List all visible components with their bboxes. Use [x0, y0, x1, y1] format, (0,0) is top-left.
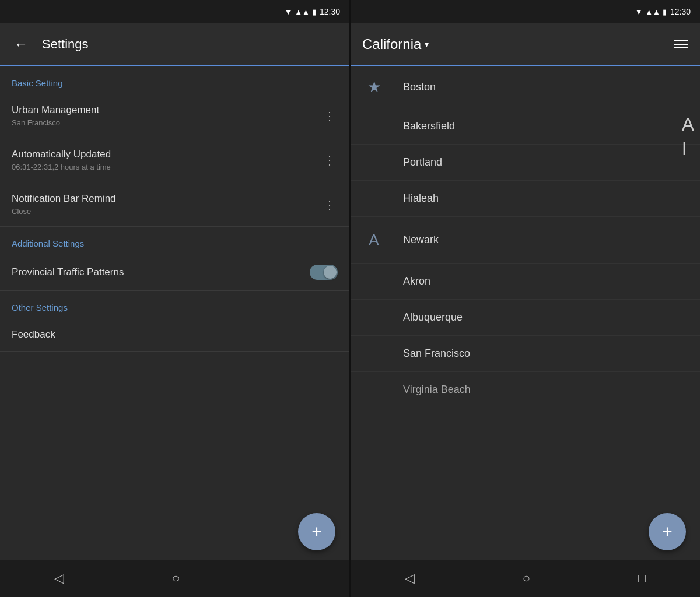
list-item[interactable]: Virginia Beach [351, 372, 700, 408]
section-letter-a: A [362, 229, 386, 251]
traffic-patterns-item[interactable]: Provincial Traffic Patterns [0, 254, 349, 291]
urban-management-menu[interactable]: ⋮ [321, 107, 338, 125]
auto-updated-left: Automatically Updated 06:31-22:31,2 hour… [12, 149, 111, 171]
city-bar: California ▾ [351, 23, 700, 65]
hamburger-line-2 [674, 44, 688, 45]
status-time-left: 12:30 [320, 7, 340, 16]
traffic-toggle-container [310, 265, 338, 280]
status-icons-left: ▼ ▲▲ ▮ [284, 7, 316, 16]
battery-icon-right: ▮ [663, 8, 667, 16]
list-item[interactable]: ★ Boston [351, 66, 700, 108]
feedback-title: Feedback [12, 329, 55, 340]
city-hialeah: Hialeah [403, 192, 439, 205]
hamburger-menu[interactable] [674, 40, 688, 48]
nav-recent-left[interactable]: □ [276, 566, 307, 591]
auto-updated-subtitle: 06:31-22:31,2 hours at a time [12, 163, 111, 171]
nav-recent-right[interactable]: □ [626, 566, 657, 591]
status-bar-right: ▼ ▲▲ ▮ 12:30 [351, 0, 700, 23]
fab-plus-icon-right: + [662, 523, 673, 540]
auto-updated-title: Automatically Updated [12, 149, 111, 160]
city-akron: Akron [403, 275, 430, 287]
star-icon: ★ [362, 78, 386, 96]
settings-title: Settings [42, 37, 89, 52]
city-bakersfield: Bakersfield [403, 120, 455, 132]
notification-title: Notification Bar Remind [12, 193, 116, 205]
city-selector[interactable]: California ▾ [362, 36, 429, 52]
list-item[interactable]: A Newark [351, 217, 700, 264]
settings-content: Basic Setting Urban Management San Franc… [0, 66, 349, 560]
other-setting-header: Other Settings [0, 291, 349, 318]
auto-updated-item[interactable]: Automatically Updated 06:31-22:31,2 hour… [0, 138, 349, 182]
urban-management-item[interactable]: Urban Management San Francisco ⋮ [0, 94, 349, 138]
city-virginia-beach: Virginia Beach [403, 384, 471, 396]
wifi-icon-right: ▼ [635, 7, 643, 16]
dropdown-arrow-icon: ▾ [425, 40, 429, 49]
list-item[interactable]: Bakersfield [351, 108, 700, 145]
fab-button-left[interactable]: + [298, 513, 335, 550]
additional-setting-header: Additional Settings [0, 227, 349, 254]
list-item[interactable]: Akron [351, 264, 700, 300]
notification-left: Notification Bar Remind Close [12, 193, 116, 216]
auto-updated-menu[interactable]: ⋮ [321, 151, 338, 170]
city-albuquerque: Albuquerque [403, 311, 463, 324]
status-time-right: 12:30 [670, 7, 691, 16]
city-boston: Boston [403, 81, 436, 93]
nav-back-left[interactable]: ◁ [43, 566, 76, 591]
feedback-left: Feedback [12, 329, 55, 340]
signal-icon: ▲▲ [295, 8, 310, 16]
status-icons-right: ▼ ▲▲ ▮ [635, 7, 667, 16]
notification-subtitle: Close [12, 207, 116, 216]
list-item[interactable]: San Francisco [351, 336, 700, 372]
notification-menu[interactable]: ⋮ [321, 195, 338, 214]
toggle-thumb [324, 266, 337, 279]
hamburger-line-3 [674, 47, 688, 48]
bottom-nav-right: ◁ ○ □ [351, 560, 700, 597]
feedback-item[interactable]: Feedback [0, 318, 349, 352]
notification-item[interactable]: Notification Bar Remind Close ⋮ [0, 182, 349, 227]
city-list[interactable]: ★ Boston Bakersfield Portland Hialeah [351, 66, 700, 560]
settings-screen: ▼ ▲▲ ▮ 12:30 ← Settings Basic Setting Ur… [0, 0, 350, 597]
list-item[interactable]: Hialeah [351, 181, 700, 217]
nav-back-right[interactable]: ◁ [393, 566, 426, 591]
traffic-patterns-title: Provincial Traffic Patterns [12, 266, 124, 278]
traffic-toggle[interactable] [310, 265, 338, 280]
list-item[interactable]: Portland [351, 145, 700, 181]
city-list-screen: ▼ ▲▲ ▮ 12:30 California ▾ ★ [350, 0, 700, 597]
nav-home-right[interactable]: ○ [511, 566, 542, 591]
city-list-content: ★ Boston Bakersfield Portland Hialeah [351, 66, 700, 560]
urban-management-left: Urban Management San Francisco [12, 104, 99, 127]
status-bar-left: ▼ ▲▲ ▮ 12:30 [0, 0, 349, 23]
wifi-icon: ▼ [284, 7, 292, 16]
back-button[interactable]: ← [9, 31, 33, 57]
bottom-nav-left: ◁ ○ □ [0, 560, 349, 597]
city-newark: Newark [403, 234, 439, 246]
fab-button-right[interactable]: + [649, 513, 686, 550]
city-name: California [362, 36, 421, 52]
city-san-francisco: San Francisco [403, 347, 470, 360]
list-item[interactable]: Albuquerque [351, 300, 700, 336]
nav-home-left[interactable]: ○ [160, 566, 191, 591]
fab-plus-icon: + [312, 523, 322, 540]
app-bar: ← Settings [0, 23, 349, 65]
urban-management-subtitle: San Francisco [12, 118, 99, 127]
traffic-patterns-left: Provincial Traffic Patterns [12, 266, 124, 278]
city-portland: Portland [403, 156, 442, 168]
basic-setting-header: Basic Setting [0, 66, 349, 94]
signal-icon-right: ▲▲ [645, 8, 660, 16]
urban-management-title: Urban Management [12, 104, 99, 116]
battery-icon: ▮ [312, 8, 316, 16]
hamburger-line-1 [674, 40, 688, 41]
toggle-track [310, 265, 338, 280]
